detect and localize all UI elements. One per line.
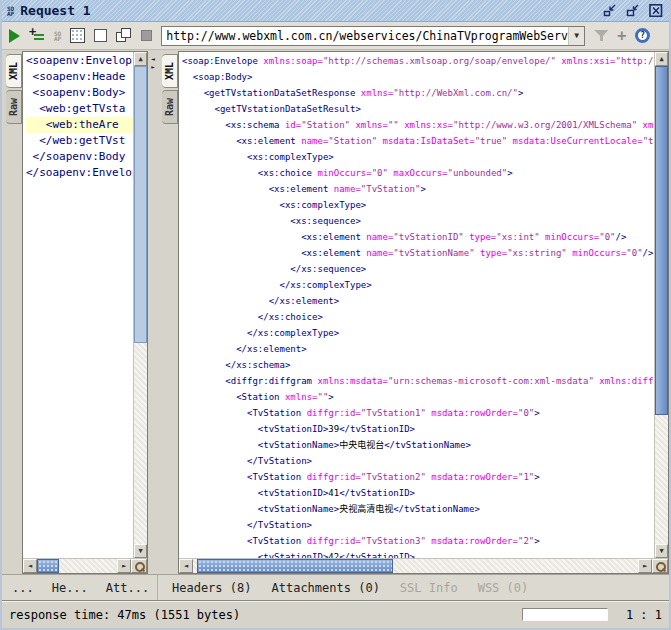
- xml-line: <TvStation diffgr:id="TvStation3" msdata…: [182, 533, 654, 549]
- response-tab-xml[interactable]: XML: [162, 54, 178, 88]
- request-horizontal-scrollbar[interactable]: ◄ ►: [23, 558, 147, 573]
- submit-request-button[interactable]: [9, 29, 20, 43]
- bottom-tab-row: ...He...Att... Headers (8)Attachments (0…: [2, 574, 669, 600]
- split-divider[interactable]: ◄ ►: [148, 51, 158, 574]
- response-bottom-tab[interactable]: Headers (8): [172, 581, 251, 595]
- response-editor: <soap:Envelope xmlns:soap="http://schema…: [178, 51, 669, 574]
- xml-line: </xs:sequence>: [182, 261, 654, 277]
- xml-line: <web:getTVsta: [26, 101, 133, 117]
- scroll-up-icon[interactable]: ▲: [134, 52, 147, 66]
- add-endpoint-button[interactable]: +: [617, 29, 626, 43]
- scroll-down-icon[interactable]: ▼: [134, 544, 147, 558]
- endpoint-url[interactable]: http://www.webxml.com.cn/webservices/Chi…: [162, 29, 568, 43]
- response-vscroll-track[interactable]: [655, 66, 668, 544]
- magnifier-icon[interactable]: [131, 559, 147, 573]
- xml-line: </xs:element>: [182, 293, 654, 309]
- xml-line: <tvStationID>42</tvStationID>: [182, 549, 654, 558]
- response-xml-code[interactable]: <soap:Envelope xmlns:soap="http://schema…: [179, 52, 654, 558]
- xml-line: </soapenv:Envelop: [26, 165, 133, 181]
- xml-line: <diffgr:diffgram xmlns:msdata="urn:schem…: [182, 373, 654, 389]
- chevron-down-icon[interactable]: ▼: [568, 27, 584, 45]
- xml-line: </xs:complexType>: [182, 277, 654, 293]
- collapse-left-icon[interactable]: ◄: [151, 55, 155, 62]
- editor-split: XML Raw <soapenv:Envelop <soapenv:Heade …: [2, 50, 669, 574]
- request-vertical-scrollbar[interactable]: ▲ ▼: [133, 52, 147, 558]
- xml-line: <soapenv:Heade: [26, 69, 133, 85]
- endpoint-combobox[interactable]: http://www.webxml.com.cn/webservices/Chi…: [161, 26, 585, 46]
- response-side-tabs: XML Raw: [158, 51, 178, 574]
- xml-line: <xs:complexType>: [182, 149, 654, 165]
- add-to-testcase-button[interactable]: +: [29, 28, 45, 44]
- restore-icon[interactable]: [624, 3, 641, 19]
- xml-line: <xs:element name="TvStation">: [182, 181, 654, 197]
- titlebar: SO AP Request 1: [2, 0, 669, 22]
- xml-line: <TvStation diffgr:id="TvStation2" msdata…: [182, 469, 654, 485]
- minimize-icon[interactable]: [601, 3, 618, 19]
- request-bottom-tab[interactable]: He...: [52, 581, 88, 595]
- request-bottom-tab[interactable]: Att...: [106, 581, 149, 595]
- xml-line: </web:getTVst: [26, 133, 133, 149]
- soap-icon: SO AP: [7, 6, 14, 16]
- magnifier-icon[interactable]: [652, 559, 668, 573]
- response-time-label: response time: 47ms (1551 bytes): [9, 608, 240, 622]
- window-title: Request 1: [20, 3, 90, 18]
- scroll-up-icon[interactable]: ▲: [655, 52, 668, 66]
- xml-line: </xs:choice>: [182, 309, 654, 325]
- copy-request-button[interactable]: [116, 28, 132, 43]
- scroll-left-icon[interactable]: ◄: [23, 559, 37, 573]
- xml-line: <tvStationName>中央电视台</tvStationName>: [182, 437, 654, 453]
- xml-line: </xs:element>: [182, 341, 654, 357]
- request-bottom-tab[interactable]: ...: [12, 581, 34, 595]
- xml-line: </xs:schema>: [182, 357, 654, 373]
- scroll-right-icon[interactable]: ►: [117, 559, 131, 573]
- request-vscroll-thumb[interactable]: [134, 66, 147, 343]
- xml-line: <xs:complexType>: [182, 197, 654, 213]
- scroll-down-icon[interactable]: ▼: [655, 544, 668, 558]
- soap-action-icon[interactable]: SO AP: [54, 31, 61, 41]
- xml-line: <xs:sequence>: [182, 213, 654, 229]
- scroll-right-icon[interactable]: ►: [638, 559, 652, 573]
- response-bottom-tab[interactable]: Attachments (0): [271, 581, 379, 595]
- xml-line: <xs:element name="tvStationName" type="x…: [182, 245, 654, 261]
- request-xml-code[interactable]: <soapenv:Envelop <soapenv:Heade <soapenv…: [23, 52, 133, 558]
- recreate-request-button[interactable]: [70, 28, 85, 43]
- request-hscroll-thumb[interactable]: [37, 559, 59, 573]
- request-window: SO AP Request 1 + SO AP: [0, 0, 671, 630]
- request-hscroll-track[interactable]: [37, 559, 117, 573]
- response-vertical-scrollbar[interactable]: ▲ ▼: [654, 52, 668, 558]
- response-vscroll-thumb[interactable]: [655, 66, 668, 415]
- clean-contents-button[interactable]: [94, 29, 107, 42]
- request-toolbar: + SO AP http://www.webxml.com.cn/webserv…: [2, 22, 669, 50]
- help-button[interactable]: ?: [635, 28, 650, 43]
- response-horizontal-scrollbar[interactable]: ◄ ►: [179, 558, 668, 573]
- response-bottom-tabs: Headers (8)Attachments (0)SSL InfoWSS (0…: [158, 581, 669, 595]
- xml-line: <web:theAre: [26, 117, 133, 133]
- xml-line: <tvStationID>39</tvStationID>: [182, 421, 654, 437]
- cancel-request-button[interactable]: [141, 30, 152, 41]
- xml-line: <xs:schema id="Station" xmlns="" xmlns:x…: [182, 117, 654, 133]
- xml-line: <xs:element name="Station" msdata:IsData…: [182, 133, 654, 149]
- response-bottom-tab: WSS (0): [478, 581, 529, 595]
- request-tab-raw[interactable]: Raw: [6, 90, 22, 124]
- scroll-left-icon[interactable]: ◄: [179, 559, 193, 573]
- xml-line: <xs:element name="tvStationID" type="xs:…: [182, 229, 654, 245]
- xml-line: </soapenv:Body: [26, 149, 133, 165]
- xml-line: <getTVstationDataSetResult>: [182, 101, 654, 117]
- request-vscroll-track[interactable]: [134, 66, 147, 544]
- xml-line: <Station xmlns="">: [182, 389, 654, 405]
- xml-line: <soap:Body>: [182, 69, 654, 85]
- response-hscroll-thumb[interactable]: [197, 559, 393, 573]
- response-bottom-tab: SSL Info: [400, 581, 458, 595]
- request-bottom-tabs: ...He...Att...: [2, 575, 158, 600]
- caret-position-label: 1 : 1: [622, 608, 662, 622]
- xml-line: <soapenv:Body>: [26, 85, 133, 101]
- close-icon[interactable]: [647, 3, 664, 19]
- xml-line: </TvStation>: [182, 453, 654, 469]
- response-tab-raw[interactable]: Raw: [162, 90, 178, 124]
- xml-line: </TvStation>: [182, 517, 654, 533]
- request-region: XML Raw <soapenv:Envelop <soapenv:Heade …: [2, 51, 148, 574]
- collapse-right-icon[interactable]: ►: [151, 63, 155, 70]
- request-tab-xml[interactable]: XML: [6, 54, 22, 88]
- filter-icon[interactable]: [594, 30, 608, 41]
- response-hscroll-track[interactable]: [193, 559, 638, 573]
